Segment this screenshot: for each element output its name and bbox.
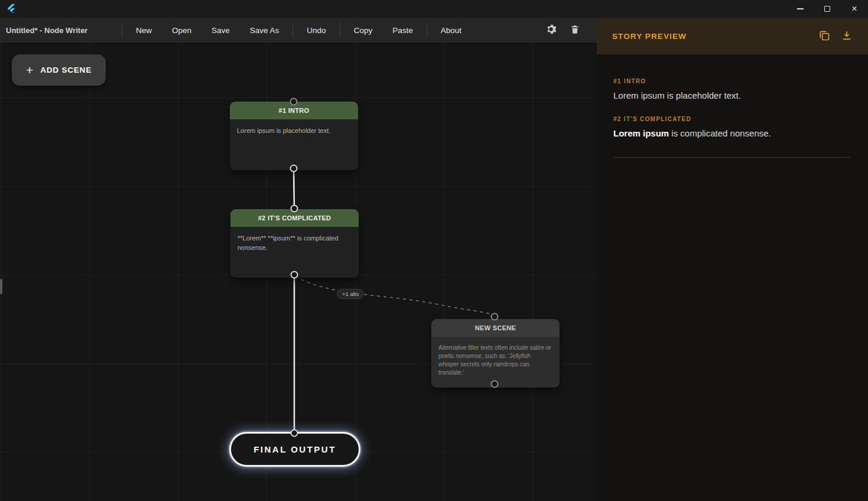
scene-node-2-body[interactable]: **Lorem** **ipsum** is complicated nonse… <box>230 227 359 278</box>
menu-item-about[interactable]: About <box>431 20 472 41</box>
maximize-icon <box>824 6 830 12</box>
scene-node-2[interactable]: #2 IT'S COMPLICATED **Lorem** **ipsum** … <box>230 209 359 278</box>
preview-section-2-rest: is complicated nonsense. <box>669 128 771 138</box>
canvas-scrollbar[interactable] <box>0 279 2 294</box>
minimize-icon <box>797 8 804 9</box>
gear-icon <box>545 24 557 37</box>
story-preview-title: STORY PREVIEW <box>612 32 687 41</box>
preview-section-2-heading: #2 IT'S COMPLICATED <box>613 116 850 122</box>
preview-section-2-bold: Lorem ipsum <box>613 128 669 138</box>
scene-node-new[interactable]: NEW SCENE Alternative filler texts often… <box>431 319 560 388</box>
menu-item-open[interactable]: Open <box>162 20 201 41</box>
port-node1-bottom[interactable] <box>290 165 298 173</box>
add-scene-button[interactable]: + ADD SCENE <box>12 54 106 86</box>
maximize-button[interactable] <box>814 0 841 18</box>
menu-separator <box>427 22 427 38</box>
close-icon: × <box>851 4 857 14</box>
port-node1-top[interactable] <box>290 98 298 106</box>
port-newscene-bottom[interactable] <box>491 380 499 388</box>
menu-item-new[interactable]: New <box>126 20 162 41</box>
story-preview-header: STORY PREVIEW <box>597 18 868 54</box>
trash-icon <box>570 24 580 37</box>
window-controls: × <box>786 0 868 18</box>
scene-node-1[interactable]: #1 INTRO Lorem ipsum is placeholder text… <box>230 102 358 170</box>
delete-button[interactable] <box>570 24 580 37</box>
close-button[interactable]: × <box>841 0 868 18</box>
preview-section-1-text-span: Lorem ipsum is placeholder text. <box>613 90 741 100</box>
final-output-node[interactable]: FINAL OUTPUT <box>229 432 360 467</box>
port-node2-bottom[interactable] <box>291 271 298 279</box>
scene-node-1-body[interactable]: Lorem ipsum is placeholder text. <box>230 119 358 170</box>
menu-item-save-as[interactable]: Save As <box>240 20 290 41</box>
preview-divider <box>613 157 850 158</box>
copy-story-button[interactable] <box>818 30 830 43</box>
scene-node-new-header[interactable]: NEW SCENE <box>431 319 560 337</box>
port-node2-top[interactable] <box>291 205 298 213</box>
document-title: Untitled* - Node Writer <box>0 26 118 35</box>
settings-button[interactable] <box>545 24 557 37</box>
menu-item-undo[interactable]: Undo <box>297 20 336 41</box>
menu-separator <box>122 22 122 38</box>
copy-icon <box>818 30 830 43</box>
port-newscene-top[interactable] <box>491 313 499 321</box>
plus-icon: + <box>26 63 33 77</box>
edge-alt-count-badge[interactable]: +1 alts <box>337 289 364 299</box>
minimize-button[interactable] <box>786 0 814 18</box>
port-final-top[interactable] <box>291 430 298 437</box>
story-preview-panel: STORY PREVIEW #1 INT <box>597 18 868 501</box>
app-logo-flutter-icon <box>6 4 17 14</box>
story-preview-body: #1 INTRO Lorem ipsum is placeholder text… <box>597 54 868 158</box>
menubar: Untitled* - Node Writer New Open Save Sa… <box>0 18 597 43</box>
download-icon <box>841 30 853 43</box>
preview-section-1-text: Lorem ipsum is placeholder text. <box>613 90 850 100</box>
menu-separator <box>340 22 340 38</box>
titlebar: × <box>0 0 868 18</box>
menu-item-paste[interactable]: Paste <box>382 20 423 41</box>
preview-section-2-text: Lorem ipsum is complicated nonsense. <box>613 128 850 138</box>
preview-section-1-heading: #1 INTRO <box>613 78 850 84</box>
menu-item-copy[interactable]: Copy <box>344 20 383 41</box>
add-scene-label: ADD SCENE <box>40 66 92 74</box>
menu-item-save[interactable]: Save <box>201 20 240 41</box>
menu-separator <box>292 22 293 38</box>
export-story-button[interactable] <box>841 30 853 43</box>
